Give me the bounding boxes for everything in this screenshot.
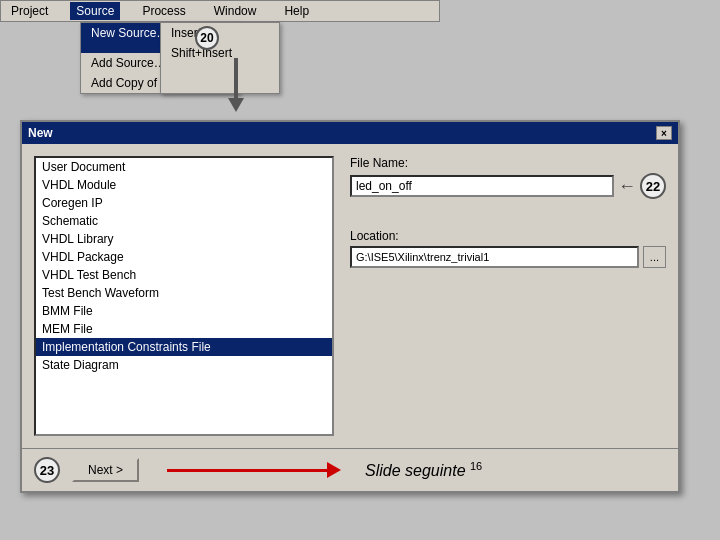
- down-arrow: [228, 58, 244, 112]
- location-input[interactable]: [350, 246, 639, 268]
- filename-input[interactable]: [350, 175, 614, 197]
- slide-arrow-head: [327, 462, 341, 478]
- slide-number: 16: [470, 460, 482, 472]
- filename-group: File Name: ← 22: [350, 156, 666, 199]
- list-item-mem-file[interactable]: MEM File 21: [36, 320, 332, 338]
- arrow-tip: [228, 98, 244, 112]
- list-item-bmm-file[interactable]: BMM File: [36, 302, 332, 320]
- arrow-shaft: [234, 58, 238, 98]
- new-dialog: New × User Document VHDL Module Coregen …: [20, 120, 680, 493]
- location-label: Location:: [350, 229, 666, 243]
- badge-22: 22: [640, 173, 666, 199]
- list-item-impl-constraints[interactable]: Implementation Constraints File: [36, 338, 332, 356]
- list-item-state-diagram[interactable]: State Diagram: [36, 356, 332, 374]
- list-item-coregen-ip[interactable]: Coregen IP: [36, 194, 332, 212]
- menu-process[interactable]: Process: [136, 2, 191, 20]
- dialog-footer: 23 Next > Slide seguinte 16: [22, 448, 678, 491]
- slide-word: Slide: [365, 462, 401, 479]
- browse-button[interactable]: ...: [643, 246, 666, 268]
- list-item-vhdl-module[interactable]: VHDL Module: [36, 176, 332, 194]
- dialog-close-button[interactable]: ×: [656, 126, 672, 140]
- menu-window[interactable]: Window: [208, 2, 263, 20]
- location-input-row: ...: [350, 246, 666, 268]
- badge-23: 23: [34, 457, 60, 483]
- menu-source[interactable]: Source: [70, 2, 120, 20]
- badge-20: 20: [195, 26, 219, 50]
- list-item-test-bench-waveform[interactable]: Test Bench Waveform: [36, 284, 332, 302]
- slide-suffix: seguinte: [405, 462, 466, 479]
- slide-arrow-container: [167, 462, 341, 478]
- list-item-vhdl-package[interactable]: VHDL Package: [36, 248, 332, 266]
- dialog-titlebar: New ×: [22, 122, 678, 144]
- list-item-vhdl-library[interactable]: VHDL Library: [36, 230, 332, 248]
- location-group: Location: ...: [350, 229, 666, 268]
- slide-label: Slide seguinte 16: [365, 460, 482, 480]
- list-item-schematic[interactable]: Schematic: [36, 212, 332, 230]
- menu-help[interactable]: Help: [278, 2, 315, 20]
- slide-arrow-line: [167, 469, 327, 472]
- next-button[interactable]: Next >: [72, 458, 139, 482]
- menu-project[interactable]: Project: [5, 2, 54, 20]
- source-shortcut-menu: Insert Shift+Insert: [160, 22, 280, 94]
- form-panel: File Name: ← 22 Location: ...: [350, 156, 666, 436]
- list-item-vhdl-test-bench[interactable]: VHDL Test Bench: [36, 266, 332, 284]
- filename-input-row: ← 22: [350, 173, 666, 199]
- filename-label: File Name:: [350, 156, 666, 170]
- list-item-user-document[interactable]: User Document: [36, 158, 332, 176]
- shortcut-insert: Insert: [161, 23, 279, 43]
- menubar: Project Source Process Window Help: [0, 0, 440, 22]
- shortcut-shift-insert: Shift+Insert: [161, 43, 279, 63]
- left-arrow-icon: ←: [618, 176, 636, 197]
- dialog-title: New: [28, 126, 53, 140]
- file-type-list[interactable]: User Document VHDL Module Coregen IP Sch…: [34, 156, 334, 436]
- dialog-body: User Document VHDL Module Coregen IP Sch…: [22, 144, 678, 448]
